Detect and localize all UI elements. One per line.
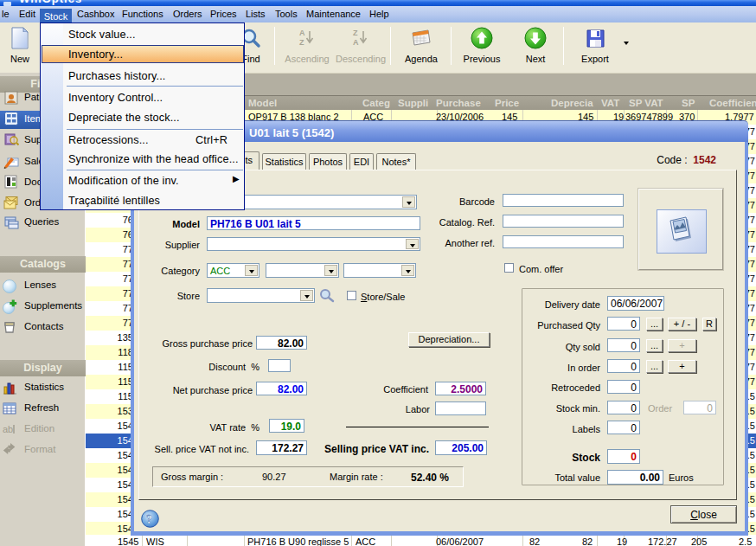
- svg-text:Z: Z: [353, 29, 358, 37]
- svg-text:Z: Z: [299, 38, 304, 47]
- svg-text:ab: ab: [3, 424, 13, 434]
- svg-text:A: A: [299, 29, 305, 37]
- svg-text:A: A: [353, 38, 359, 47]
- svg-text:?: ?: [146, 513, 152, 526]
